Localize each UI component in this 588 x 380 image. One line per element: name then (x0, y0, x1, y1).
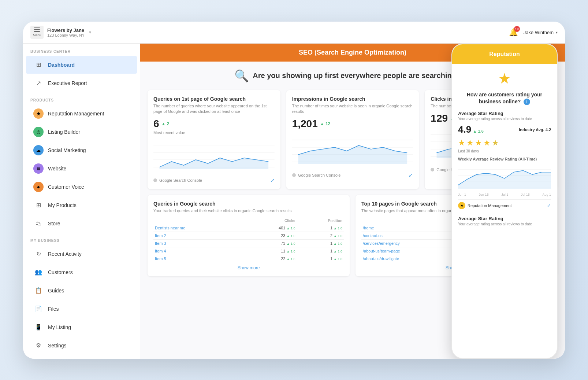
sidebar-label-store: Store (48, 221, 60, 226)
sidebar-label-social: Social Marketing (48, 147, 86, 153)
star-2: ★ (466, 138, 474, 148)
customer-voice-icon: ● (33, 182, 44, 192)
sidebar-item-customers[interactable]: 👥 Customers (26, 263, 137, 281)
sidebar-item-listing[interactable]: ◎ Listing Builder (26, 123, 137, 141)
sidebar-item-executive-report[interactable]: ↗ Executive Report (26, 74, 137, 92)
position-cell: 1 ▲ 1.0 (297, 224, 344, 232)
metric-card-1: Impressions in Google search The number … (286, 90, 419, 189)
files-icon: 📄 (33, 304, 44, 314)
show-more-0[interactable]: Show more (153, 265, 344, 270)
position-cell: 1 ▲ 1.0 (297, 247, 344, 255)
sidebar-item-store[interactable]: 🛍 Store (26, 215, 137, 232)
business-dropdown-icon[interactable]: ▾ (89, 30, 91, 35)
business-address: 123 Loomly Way, NY (47, 33, 85, 37)
business-info: Flowers by Jane 123 Loomly Way, NY (47, 27, 85, 37)
phone-source-name: Reputation Management (468, 203, 511, 208)
metric-value-1: 1,201 ▲ 12 (292, 118, 413, 130)
table-desc-0: Your tracked queries and their website c… (153, 208, 344, 214)
date-2: Jun 15 (479, 193, 489, 196)
search-icon: 🔍 (234, 69, 249, 83)
phone-info-icon[interactable]: i (524, 99, 530, 105)
table-row: Item 2 23 ▲ 1.0 2 ▲ 1.0 (153, 232, 344, 239)
query-cell: Item 3 (153, 239, 244, 247)
metric-card-0: Queries on 1st page of Google search The… (148, 90, 280, 189)
stars-row: ★ ★ ★ ★ ★ (458, 138, 551, 148)
metric-title-0: Queries on 1st page of Google search (153, 96, 275, 102)
phone-source-left: ★ Reputation Management (458, 202, 511, 209)
star-5: ★ (492, 138, 499, 148)
clicks-cell: 73 ▲ 1.0 (244, 239, 297, 247)
metric-delta-0: ▲ 2 (161, 121, 170, 126)
expand-icon-0[interactable]: ⤢ (270, 177, 275, 183)
phone-source-expand[interactable]: ⤢ (547, 203, 551, 208)
sidebar-section-my-business: MY BUSINESS (23, 233, 140, 245)
sidebar-label-recent-activity: Recent Activity (48, 251, 82, 257)
customers-icon: 👥 (33, 267, 44, 277)
metric-desc-0: The number of queries where your website… (153, 103, 275, 115)
sidebar-item-website[interactable]: ▦ Website (26, 160, 137, 177)
sidebar-label-reputation: Reputation Management (48, 111, 104, 117)
sidebar-label-settings: Settings (48, 343, 67, 348)
table-row: Item 5 22 ▲ 1.0 1 ▲ 1.0 (153, 255, 344, 262)
top-bar-right: 🔔 10 Jake Winthem ▾ (509, 28, 558, 37)
sidebar-item-recent-activity[interactable]: ↻ Recent Activity (26, 245, 137, 263)
table-card-0: Queries in Google search Your tracked qu… (148, 195, 350, 276)
expand-icon-1[interactable]: ⤢ (409, 172, 413, 178)
phone-content: ★ How are customers rating your business… (452, 64, 557, 358)
top-bar-left: Menu Flowers by Jane 123 Loomly Way, NY … (30, 26, 148, 39)
phone-avg-star-title: Average Star Rating (458, 111, 551, 116)
metric-delta-1: ▲ 12 (320, 121, 331, 126)
sidebar-label-customer-voice: Customer Voice (48, 184, 84, 190)
sidebar-item-my-products[interactable]: ⊞ My Products (26, 196, 137, 214)
table-row: Item 3 73 ▲ 1.0 1 ▲ 1.0 (153, 239, 344, 247)
sidebar-item-my-listing[interactable]: 📱 My Listing (26, 318, 137, 336)
table-row: Dentists near me 401 ▲ 1.0 1 ▲ 1.0 (153, 224, 344, 232)
date-4: Jul 15 (521, 193, 530, 196)
sidebar-item-social[interactable]: ☁ Social Marketing (26, 141, 137, 159)
reputation-question: How are customers rating your business o… (458, 91, 551, 106)
top-bar: Menu Flowers by Jane 123 Loomly Way, NY … (23, 22, 565, 44)
sidebar-item-reputation[interactable]: ★ Reputation Management (26, 105, 137, 122)
query-cell: Dentists near me (153, 224, 244, 232)
position-cell: 2 ▲ 1.0 (297, 232, 344, 239)
contact-section: 👤 Contact us Cody Malone (23, 355, 140, 359)
sidebar-label-guides: Guides (48, 288, 64, 294)
clicks-cell: 23 ▲ 1.0 (244, 232, 297, 239)
sidebar-label-my-listing: My Listing (48, 324, 71, 330)
col-query (153, 218, 244, 224)
query-cell: Item 4 (153, 247, 244, 255)
phone-source-row: ★ Reputation Management ⤢ (458, 199, 551, 211)
notification-bell[interactable]: 🔔 10 (509, 28, 518, 37)
phone-chart-dates: Jun 1 Jun 15 Jul 1 Jul 15 Aug 1 (458, 193, 551, 196)
guides-icon: 📋 (33, 285, 44, 296)
sidebar-item-settings[interactable]: ⚙ Settings (26, 337, 137, 354)
business-name: Flowers by Jane (47, 27, 85, 33)
listing-icon: ◎ (33, 127, 44, 137)
phone-avg-star-desc: Your average rating across all reviews t… (458, 117, 551, 121)
avg-rating-left: 4.9 ▲ 1.6 (458, 124, 484, 135)
avg-rating-value: 4.9 (458, 124, 471, 135)
clicks-cell: 11 ▲ 1.0 (244, 247, 297, 255)
sidebar-item-customer-voice[interactable]: ● Customer Voice (26, 178, 137, 196)
metric-sublabel-0: Most recent value (153, 130, 275, 135)
query-cell: Item 2 (153, 232, 244, 239)
date-5: Aug 1 (542, 193, 551, 196)
sidebar-label-website: Website (48, 166, 66, 171)
user-menu[interactable]: Jake Winthem ▾ (524, 30, 558, 35)
metric-desc-1: The number of times your website is seen… (292, 103, 413, 115)
chart-source-1: Google Search Console (292, 173, 341, 177)
industry-avg: Industry Avg. 4.2 (519, 126, 551, 133)
sidebar-item-dashboard[interactable]: ⊞ Dashboard (26, 56, 137, 74)
sidebar-item-guides[interactable]: 📋 Guides (26, 282, 137, 299)
position-cell: 1 ▲ 1.0 (297, 239, 344, 247)
phone-avg-desc-2: Your average rating across all reviews t… (458, 222, 551, 226)
position-cell: 1 ▲ 1.0 (297, 255, 344, 262)
star-1: ★ (458, 138, 465, 148)
menu-button[interactable]: Menu (30, 26, 44, 39)
table-row: Item 4 11 ▲ 1.0 1 ▲ 1.0 (153, 247, 344, 255)
notification-count: 10 (514, 26, 520, 32)
table-title-0: Queries in Google search (153, 201, 344, 207)
sidebar-item-files[interactable]: 📄 Files (26, 300, 137, 318)
sidebar-section-business: BUSINESS CENTER (23, 44, 140, 56)
metric-value-0: 6 ▲ 2 (153, 118, 275, 130)
